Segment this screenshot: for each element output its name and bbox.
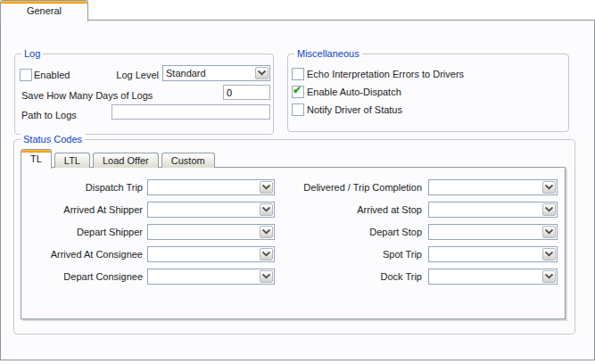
- arrived-at-stop-combo[interactable]: [428, 202, 558, 218]
- arrived-at-stop-combo-dropdown-button[interactable]: [542, 203, 556, 216]
- spot-trip-combo-dropdown-button[interactable]: [542, 248, 556, 261]
- depart-stop-combo-dropdown-button[interactable]: [542, 226, 556, 238]
- log-group: Log Enabled Log Level Standard Save How …: [14, 54, 274, 135]
- log-level-label: Log Level: [69, 70, 159, 80]
- delivered-trip-completion-combo[interactable]: [428, 179, 558, 195]
- delivered-trip-completion-combo-dropdown-button[interactable]: [542, 181, 556, 194]
- dock-trip-label: Dock Trip: [226, 271, 422, 282]
- chevron-down-icon: [545, 229, 553, 235]
- enabled-checkbox[interactable]: [20, 69, 32, 81]
- active-tab-accent: [1, 1, 87, 4]
- depart-stop-label: Depart Stop: [226, 227, 422, 237]
- general-tab-panel: Log Enabled Log Level Standard Save How …: [0, 20, 595, 360]
- misc-checkbox-label: Enable Auto-Dispatch: [307, 87, 401, 97]
- spot-trip-combo[interactable]: [428, 246, 558, 262]
- tab-general-label: General: [1, 5, 87, 16]
- misc-checkbox-2[interactable]: [292, 103, 304, 116]
- dock-trip-combo[interactable]: [428, 269, 558, 285]
- log-level-dropdown-button[interactable]: [255, 67, 269, 79]
- arrived-at-shipper-label: Arrived At Shipper: [21, 204, 143, 215]
- dispatch-trip-label: Dispatch Trip: [21, 182, 143, 193]
- chevron-down-icon: [545, 185, 553, 190]
- chevron-down-icon: [545, 207, 553, 212]
- status-tab-label: LTL: [64, 155, 80, 166]
- chevron-down-icon: [258, 70, 266, 76]
- tab-general[interactable]: General: [0, 0, 88, 21]
- depart-consignee-label: Depart Consignee: [21, 271, 143, 282]
- chevron-down-icon: [545, 274, 553, 279]
- misc-checkbox-label: Echo Interpretation Errors to Drivers: [307, 69, 464, 79]
- misc-checkbox-1[interactable]: ✔: [292, 86, 304, 98]
- save-days-label: Save How Many Days of Logs: [21, 90, 153, 101]
- chevron-down-icon: [545, 252, 553, 257]
- arrived-at-consignee-label: Arrived At Consignee: [21, 249, 143, 260]
- check-icon: ✔: [293, 84, 302, 96]
- misc-checkbox-label: Notify Driver of Status: [307, 104, 402, 115]
- misc-checkbox-0[interactable]: [292, 68, 304, 80]
- spot-trip-label: Spot Trip: [226, 249, 422, 260]
- status-codes-group-title: Status Codes: [21, 134, 85, 145]
- save-days-input[interactable]: [223, 85, 270, 100]
- status-tab-ltl[interactable]: LTL: [54, 153, 90, 168]
- delivered-trip-completion-label: Delivered / Trip Completion: [226, 182, 422, 193]
- arrived-at-stop-label: Arrived at Stop: [226, 204, 422, 215]
- status-tab-load-offer[interactable]: Load Offer: [93, 153, 159, 168]
- status-codes-tabstrip: TLLTLLoad OfferCustom: [21, 146, 218, 168]
- status-tab-label: Load Offer: [103, 155, 149, 166]
- depart-stop-combo[interactable]: [428, 224, 558, 240]
- status-codes-group: Status Codes TLLTLLoad OfferCustom Dispa…: [13, 139, 575, 335]
- dock-trip-combo-dropdown-button[interactable]: [542, 270, 556, 283]
- status-tab-tl[interactable]: TL: [21, 149, 52, 169]
- log-group-title: Log: [21, 48, 43, 59]
- log-level-combo[interactable]: Standard: [162, 65, 270, 81]
- status-tab-custom[interactable]: Custom: [161, 153, 215, 168]
- log-level-value: Standard: [166, 68, 253, 79]
- enabled-checkbox-label: Enabled: [34, 70, 70, 80]
- settings-window: General Log Enabled Log Level Standard S…: [0, 0, 595, 364]
- status-tab-label: Custom: [171, 155, 205, 166]
- active-tab-accent: [21, 150, 51, 153]
- status-codes-tl-panel: Dispatch TripArrived At ShipperDepart Sh…: [21, 167, 566, 319]
- status-tab-label: TL: [30, 153, 42, 164]
- path-to-logs-label: Path to Logs: [21, 110, 77, 120]
- miscellaneous-group: Miscellaneous Echo Interpretation Errors…: [287, 54, 569, 132]
- path-to-logs-input[interactable]: [112, 104, 270, 120]
- miscellaneous-group-title: Miscellaneous: [294, 48, 362, 59]
- depart-shipper-label: Depart Shipper: [21, 227, 143, 237]
